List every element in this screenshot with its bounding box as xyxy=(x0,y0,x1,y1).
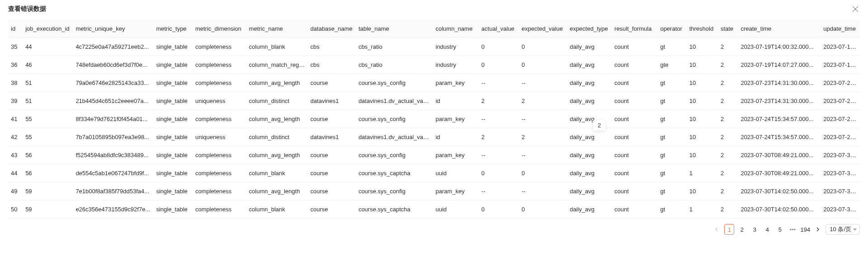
cell-result_formula: count xyxy=(612,182,657,200)
cell-threshold: 10 xyxy=(687,92,718,110)
cell-id: 44 xyxy=(8,164,23,182)
cell-column_name: industry xyxy=(433,38,478,56)
cell-state: 2 xyxy=(718,74,738,92)
col-header-database_name: database_name xyxy=(308,20,356,38)
cell-metric_type: single_table xyxy=(153,74,193,92)
cell-threshold: 10 xyxy=(687,182,718,200)
col-header-metric_unique_key: metric_unique_key xyxy=(73,20,153,38)
cell-metric_dimension: completeness xyxy=(193,182,246,200)
col-header-expected_value: expected_value xyxy=(519,20,567,38)
cell-threshold: 10 xyxy=(687,128,718,146)
cell-id: 43 xyxy=(8,146,23,164)
cell-operator: gt xyxy=(657,146,686,164)
cell-result_formula: count xyxy=(612,74,657,92)
cell-operator: gt xyxy=(657,38,686,56)
cell-metric_unique_key: 79a0e6746e2825143ca33... xyxy=(73,74,153,92)
cell-metric_type: single_table xyxy=(153,56,193,74)
cell-database_name: datavines1 xyxy=(308,128,356,146)
table-row[interactable]: 49597e1b00f8af385f79dd53fa4...single_tab… xyxy=(8,182,860,200)
cell-job_execution_id: 46 xyxy=(23,56,73,74)
cell-job_execution_id: 55 xyxy=(23,128,73,146)
cell-expected_type: daily_avg xyxy=(567,146,612,164)
cell-table_name: course.sys_config xyxy=(356,146,433,164)
page-3[interactable]: 3 xyxy=(750,224,760,235)
cell-database_name: course xyxy=(308,182,356,200)
col-header-actual_value: actual_value xyxy=(479,20,519,38)
cell-job_execution_id: 56 xyxy=(23,146,73,164)
page-next[interactable] xyxy=(813,224,823,235)
cell-threshold: 10 xyxy=(687,146,718,164)
cell-operator: gt xyxy=(657,74,686,92)
cell-metric_name: column_avg_length xyxy=(246,146,308,164)
cell-column_name: param_key xyxy=(433,182,478,200)
cell-state: 2 xyxy=(718,110,738,128)
cell-table_name: course.sys_config xyxy=(356,74,433,92)
col-header-update_time: update_time xyxy=(821,20,860,38)
cell-metric_unique_key: 4c7225e0a47a59271eeb2... xyxy=(73,38,153,56)
table-row[interactable]: 35444c7225e0a47a59271eeb2...single_table… xyxy=(8,38,860,56)
modal-header: 查看错误数据 xyxy=(8,5,860,20)
cell-job_execution_id: 56 xyxy=(23,164,73,182)
page-2[interactable]: 2 xyxy=(737,224,747,235)
cell-database_name: cbs xyxy=(308,38,356,56)
table-row[interactable]: 3646748efdaeb60cd6ef3d7f0e...single_tabl… xyxy=(8,56,860,74)
cell-metric_name: column_distinct xyxy=(246,92,308,110)
cell-database_name: course xyxy=(308,164,356,182)
cell-database_name: datavines1 xyxy=(308,92,356,110)
cell-id: 41 xyxy=(8,110,23,128)
cell-expected_value: 0 xyxy=(519,56,567,74)
cell-update_time: 2023-07-30T0 xyxy=(821,146,860,164)
cell-metric_unique_key: 7b7a0105895b097ea3e98... xyxy=(73,128,153,146)
cell-expected_type: daily_avg xyxy=(567,128,612,146)
col-header-expected_type: expected_type xyxy=(567,20,612,38)
cell-actual_value: 0 xyxy=(479,56,519,74)
table-row[interactable]: 5059e26c356e473155d9c92f7e...single_tabl… xyxy=(8,200,860,219)
page-5[interactable]: 5 xyxy=(775,224,785,235)
cell-table_name: datavines1.dv_actual_values xyxy=(356,128,433,146)
cell-metric_unique_key: f5254594ab8dfc9c383489... xyxy=(73,146,153,164)
cell-metric_type: single_table xyxy=(153,110,193,128)
cell-metric_unique_key: 7e1b00f8af385f79dd53fa4... xyxy=(73,182,153,200)
table-row[interactable]: 385179a0e6746e2825143ca33...single_table… xyxy=(8,74,860,92)
page-1[interactable]: 1 xyxy=(724,224,734,235)
cell-update_time: 2023-07-24T1 xyxy=(821,110,860,128)
cell-operator: gte xyxy=(657,56,686,74)
cell-id: 42 xyxy=(8,128,23,146)
cell-operator: gt xyxy=(657,110,686,128)
cell-create_time: 2023-07-19T14:00:32.000... xyxy=(738,38,821,56)
page-last[interactable]: 194 xyxy=(800,224,810,235)
table-row[interactable]: 4456de554c5ab1e067247bfd9f...single_tabl… xyxy=(8,164,860,182)
col-header-metric_type: metric_type xyxy=(153,20,193,38)
cell-actual_value: 2 xyxy=(479,92,519,110)
cell-threshold: 10 xyxy=(687,110,718,128)
col-header-job_execution_id: job_execution_id xyxy=(23,20,73,38)
cell-expected_type: daily_avg xyxy=(567,38,612,56)
table-header: idjob_execution_idmetric_unique_keymetri… xyxy=(8,20,860,38)
table-row[interactable]: 395121b445d4c651c2eeee07a...single_table… xyxy=(8,92,860,110)
table-row[interactable]: 42557b7a0105895b097ea3e98...single_table… xyxy=(8,128,860,146)
close-button[interactable] xyxy=(851,5,860,14)
cell-update_time: 2023-07-30T1 xyxy=(821,200,860,219)
cell-create_time: 2023-07-30T14:02:50.000... xyxy=(738,182,821,200)
col-header-metric_name: metric_name xyxy=(246,20,308,38)
cell-id: 39 xyxy=(8,92,23,110)
cell-metric_name: column_distinct xyxy=(246,128,308,146)
table-row[interactable]: 4356f5254594ab8dfc9c383489...single_tabl… xyxy=(8,146,860,164)
cell-actual_value: 0 xyxy=(479,38,519,56)
table-row[interactable]: 41558f334e79d7621f0f454a01...single_tabl… xyxy=(8,110,860,128)
cell-update_time: 2023-07-19T1 xyxy=(821,56,860,74)
cell-operator: gt xyxy=(657,92,686,110)
cell-expected_type: daily_avg xyxy=(567,56,612,74)
cell-create_time: 2023-07-24T15:34:57.000... xyxy=(738,110,821,128)
page-4[interactable]: 4 xyxy=(762,224,772,235)
cell-table_name: cbs_ratio xyxy=(356,38,433,56)
cell-expected_value: -- xyxy=(519,74,567,92)
cell-metric_dimension: uniqueness xyxy=(193,128,246,146)
page-prev[interactable] xyxy=(712,224,722,235)
cell-column_name: industry xyxy=(433,56,478,74)
page-size-select[interactable]: 10 条/页 xyxy=(826,224,860,235)
col-header-state: state xyxy=(718,20,738,38)
cell-state: 2 xyxy=(718,200,738,219)
error-data-table: idjob_execution_idmetric_unique_keymetri… xyxy=(8,20,860,219)
page-ellipsis: ••• xyxy=(788,224,797,235)
